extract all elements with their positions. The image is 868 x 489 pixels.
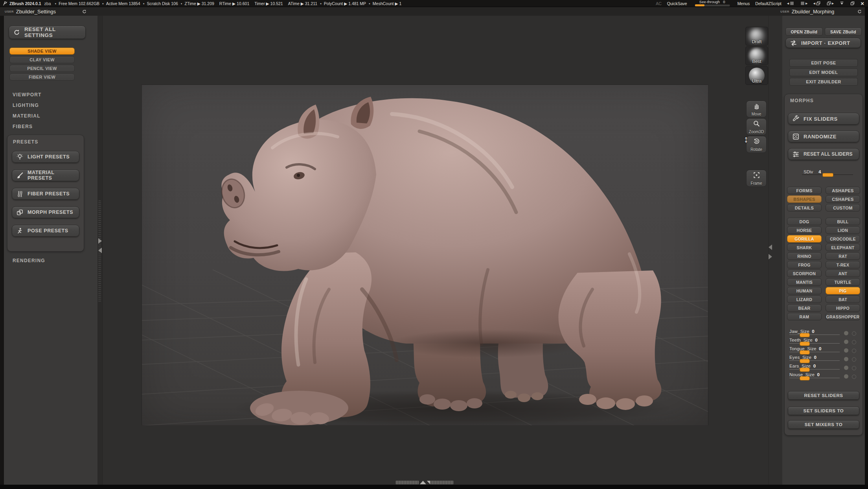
tray-up-arrow[interactable]: [420, 481, 426, 484]
shape-category-button[interactable]: BSHAPES: [787, 195, 822, 203]
tray-collapse-arrow[interactable]: [769, 254, 772, 259]
animal-button[interactable]: BULL: [826, 218, 860, 225]
bottom-tray-grip[interactable]: [395, 480, 419, 485]
animal-button[interactable]: BEAR: [787, 304, 822, 312]
animal-button[interactable]: RAM: [787, 313, 822, 320]
slider-dot-icon[interactable]: [844, 340, 848, 344]
minimize-button[interactable]: [839, 1, 844, 6]
tray-collapse-arrow[interactable]: [98, 248, 102, 253]
animal-button[interactable]: HUMAN: [787, 287, 822, 294]
see-through-track[interactable]: [695, 4, 730, 7]
slider-track[interactable]: [789, 335, 840, 335]
sdiv-handle[interactable]: [822, 173, 833, 177]
frame-button[interactable]: Frame: [746, 170, 767, 187]
animal-button[interactable]: SCORPION: [787, 270, 822, 277]
reset-all-sliders-button[interactable]: RESET ALL SLIDERS: [788, 148, 859, 160]
slider-track[interactable]: [789, 369, 840, 370]
slider-handle[interactable]: [800, 376, 810, 381]
shape-category-button[interactable]: CUSTOM: [826, 204, 860, 211]
slider-track[interactable]: [789, 378, 840, 378]
slider-dot-icon[interactable]: [844, 374, 848, 379]
quicksave-button[interactable]: QuickSave: [667, 1, 687, 6]
animal-button[interactable]: GRASSHOPPER: [826, 313, 860, 320]
material-presets-button[interactable]: MATERIAL PRESETS: [12, 169, 79, 181]
sculpt-canvas[interactable]: [142, 85, 708, 426]
sdiv-slider[interactable]: SDiv 4: [790, 169, 857, 176]
slider-loop-icon[interactable]: [852, 357, 856, 362]
slider-loop-icon[interactable]: [852, 331, 856, 336]
animal-button[interactable]: RAT: [826, 252, 860, 260]
open-zbuild-button[interactable]: OPEN ZBuild: [785, 28, 823, 36]
animal-button[interactable]: T-REX: [826, 261, 860, 268]
ultra-quality-button[interactable]: Ultra: [745, 66, 768, 85]
slider-loop-icon[interactable]: [852, 366, 856, 370]
ac-toggle[interactable]: AC: [656, 1, 662, 6]
see-through-handle[interactable]: [695, 4, 704, 6]
import-export-button[interactable]: IMPORT · EXPORT: [785, 38, 861, 48]
shape-category-button[interactable]: CSHAPES: [826, 195, 860, 203]
slider-dot-icon[interactable]: [844, 357, 848, 361]
fiber-presets-button[interactable]: FIBER PRESETS: [12, 188, 79, 200]
morph-slider[interactable]: Teeth_Size 0: [789, 338, 859, 346]
edit-action-button[interactable]: EDIT MODEL: [789, 68, 858, 76]
slider-dot-icon[interactable]: [844, 366, 848, 370]
slider-track[interactable]: [789, 343, 840, 344]
draft-quality-button[interactable]: Draft: [745, 27, 768, 46]
section-header[interactable]: FIBERS: [13, 124, 97, 129]
fix-sliders-button[interactable]: FIX SLIDERS: [788, 113, 859, 125]
section-header[interactable]: LIGHTING: [13, 103, 97, 108]
zscript-button[interactable]: DefaultZScript: [755, 1, 782, 6]
save-zbuild-button[interactable]: SAVE ZBuild: [825, 28, 862, 36]
reset-all-settings-button[interactable]: RESET ALL SETTINGS: [9, 26, 86, 39]
animal-button[interactable]: CROCODILE: [826, 235, 860, 243]
animal-button[interactable]: BAT: [826, 296, 860, 303]
slider-action-button[interactable]: SET SLIDERS TO: [788, 406, 859, 415]
rendering-section-header[interactable]: RENDERING: [13, 258, 97, 263]
tray-expand-arrow[interactable]: [98, 238, 102, 244]
slider-action-button[interactable]: SET MIXERS TO: [788, 420, 859, 429]
light-presets-button[interactable]: LIGHT PRESETS: [12, 151, 79, 163]
move-button[interactable]: Move: [746, 101, 767, 118]
rotate-button[interactable]: Rotate: [746, 136, 767, 153]
randomize-button[interactable]: RANDOMIZE: [788, 131, 859, 142]
morph-slider[interactable]: Jaw_Size 0: [789, 329, 859, 338]
next-layout-button[interactable]: ▶: [826, 1, 834, 6]
animal-button[interactable]: LION: [826, 226, 860, 234]
menus-button[interactable]: Menus: [737, 1, 750, 6]
right-tray-toggle[interactable]: ▶: [800, 1, 807, 6]
animal-button[interactable]: ANT: [826, 270, 860, 277]
edit-action-button[interactable]: EXIT ZBUILDER: [789, 78, 858, 86]
slider-handle[interactable]: [800, 359, 810, 363]
slider-handle[interactable]: [800, 368, 810, 372]
shape-category-button[interactable]: FORMS: [787, 187, 822, 194]
morph-slider[interactable]: Nouse_Size 0: [789, 372, 859, 381]
tray-expand-arrow[interactable]: [769, 244, 772, 250]
view-mode-button[interactable]: CLAY VIEW: [9, 56, 75, 63]
left-tray-toggle[interactable]: ◀: [787, 1, 794, 6]
restore-button[interactable]: [850, 1, 855, 6]
see-through-slider[interactable]: See-through0: [693, 0, 732, 7]
animal-button[interactable]: PIG: [826, 287, 860, 294]
shape-category-button[interactable]: ASHAPES: [826, 187, 860, 194]
zoom3d-button[interactable]: Zoom3D: [746, 118, 767, 135]
pose-presets-button[interactable]: POSE PRESETS: [12, 225, 79, 237]
morph-slider[interactable]: Eyes_Size 0: [789, 355, 859, 364]
animal-button[interactable]: SHARK: [787, 244, 822, 251]
slider-track[interactable]: [789, 360, 840, 361]
right-plugin-reload-button[interactable]: [857, 7, 862, 16]
slider-handle[interactable]: [800, 342, 810, 346]
animal-button[interactable]: HIPPO: [826, 304, 860, 312]
slider-loop-icon[interactable]: [852, 340, 856, 344]
animal-button[interactable]: DOG: [787, 218, 822, 225]
animal-button[interactable]: RHINO: [787, 252, 822, 260]
animal-button[interactable]: HORSE: [787, 226, 822, 234]
section-header[interactable]: MATERIAL: [13, 114, 97, 119]
edit-action-button[interactable]: EDIT POSE: [789, 59, 858, 67]
close-button[interactable]: ×: [861, 0, 864, 7]
prev-layout-button[interactable]: ◀: [813, 1, 820, 6]
best-quality-button[interactable]: Best: [745, 46, 768, 65]
animal-button[interactable]: GORILLA: [787, 235, 822, 243]
morph-slider[interactable]: Tongue_Size 0: [789, 346, 859, 355]
slider-dot-icon[interactable]: [844, 348, 848, 353]
slider-action-button[interactable]: RESET SLIDERS: [788, 391, 859, 400]
